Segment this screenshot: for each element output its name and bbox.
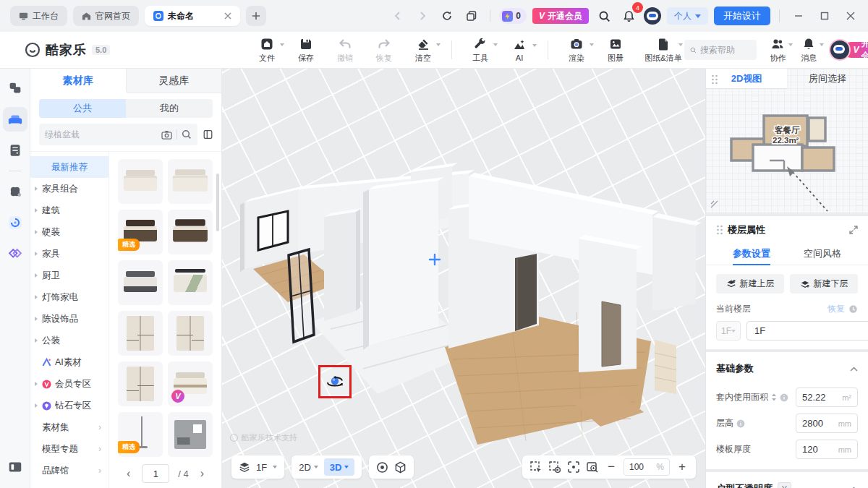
opacity-header[interactable]: 户型不透明度 Y (716, 476, 858, 488)
column-view-icon[interactable] (203, 129, 213, 140)
vip-upgrade-button[interactable]: V 开通会员 (532, 8, 589, 24)
messages-button[interactable]: 消息 (799, 37, 819, 64)
maximize-button[interactable] (814, 6, 835, 26)
material-thumb-cabinet[interactable] (168, 412, 213, 457)
zoom-level[interactable]: % (624, 458, 670, 476)
zoom-level-input[interactable] (629, 462, 651, 472)
search-button[interactable] (595, 7, 613, 25)
ai-button[interactable]: AI (507, 38, 532, 62)
material-search[interactable] (39, 124, 197, 145)
save-button[interactable]: 保存 (294, 37, 318, 64)
duplicate-tab-button[interactable] (462, 7, 481, 25)
album-button[interactable]: 图册 (603, 37, 628, 64)
category-ai-materials[interactable]: AI素材 (30, 351, 109, 373)
zoom-out-button[interactable]: − (605, 460, 618, 474)
category-kitchen-bath[interactable]: 厨卫 (30, 265, 109, 286)
info-icon[interactable] (780, 393, 788, 402)
scope-mine[interactable]: 我的 (126, 99, 213, 118)
new-lower-floor-button[interactable]: 新建下层 (790, 274, 858, 294)
rail-furnish[interactable] (3, 107, 27, 132)
material-thumb-bed[interactable] (118, 159, 163, 204)
category-commercial[interactable]: 公装 (30, 330, 109, 351)
tab-inspiration-library[interactable]: 灵感库 (126, 69, 222, 93)
rail-smart-app[interactable] (3, 210, 27, 235)
tab-parameter-settings[interactable]: 参数设置 (716, 242, 787, 265)
next-page-button[interactable]: › (197, 467, 207, 480)
floor-name-input[interactable] (746, 321, 868, 341)
material-thumb-bed[interactable]: V (168, 361, 213, 406)
close-tab-icon[interactable] (224, 12, 231, 20)
current-page[interactable]: 1 (142, 464, 169, 483)
info-icon[interactable] (736, 419, 745, 428)
category-latest[interactable]: 最新推荐 (30, 156, 109, 178)
material-thumb-wardrobe[interactable] (168, 311, 213, 356)
drawings-list-button[interactable]: 图纸&清单 (642, 37, 684, 64)
zoom-area-icon[interactable] (586, 461, 599, 474)
material-search-input[interactable] (45, 129, 157, 140)
minimap-floorplan[interactable]: 客餐厅 22.3m² (706, 88, 868, 213)
minimap-section[interactable]: 2D视图 房间选择 客餐厅 22.3m² (706, 69, 868, 213)
assistant-avatar[interactable] (644, 7, 661, 25)
category-architecture[interactable]: 建筑 (30, 200, 109, 221)
param-area-field[interactable]: m² (796, 388, 858, 407)
cube-view-icon[interactable] (394, 461, 407, 474)
param-area-input[interactable] (802, 392, 834, 403)
select-area-icon[interactable] (529, 461, 542, 474)
material-thumb-bed[interactable] (118, 260, 163, 305)
tab-space-style[interactable]: 空间风格 (787, 242, 858, 265)
expand-icon[interactable] (849, 226, 858, 234)
file-button[interactable]: 文件 (255, 37, 279, 64)
roam-view-icon[interactable] (376, 461, 388, 474)
category-brand-hall[interactable]: 品牌馆› (30, 460, 109, 481)
image-search-icon[interactable] (161, 130, 172, 140)
collab-button[interactable]: 协作 (768, 37, 788, 64)
tab-room-select[interactable]: 房间选择 (787, 69, 868, 88)
tab-workspace[interactable]: 工作台 (10, 6, 67, 26)
category-model-topics[interactable]: 模型专题› (30, 438, 109, 460)
sort-arrows-icon[interactable] (771, 393, 777, 401)
material-thumb-bed[interactable] (168, 159, 213, 204)
minimize-button[interactable] (788, 6, 809, 26)
category-diamond-zone[interactable]: 钻石专区 (30, 395, 109, 416)
tab-material-library[interactable]: 素材库 (30, 69, 126, 93)
undo-button[interactable]: 撤销 (333, 37, 357, 64)
category-furniture[interactable]: 家具 (30, 243, 109, 265)
rail-plugins[interactable] (3, 179, 27, 204)
category-lighting[interactable]: 灯饰家电 (30, 286, 109, 308)
start-design-button[interactable]: 开始设计 (714, 7, 770, 25)
mode-3d-button[interactable]: 3D (324, 458, 355, 476)
category-furniture-sets[interactable]: 家具组合 (30, 178, 109, 200)
redo-button[interactable]: 恢复 (372, 37, 396, 64)
tools-button[interactable]: 工具 (468, 37, 493, 64)
material-thumb-wardrobe[interactable] (118, 311, 163, 356)
material-thumb-bed[interactable]: 精选 (118, 210, 163, 254)
render-button[interactable]: 渲染 (564, 37, 589, 64)
design-canvas[interactable]: 酷家乐技术支持 1F 2D 3D (222, 69, 705, 488)
refresh-button[interactable] (438, 7, 456, 25)
rail-custom-cabinet[interactable] (3, 138, 27, 163)
new-tab-button[interactable] (246, 6, 266, 26)
tab-untitled[interactable]: 未命名 (145, 6, 240, 26)
thumbnail-scrollbar[interactable] (216, 174, 219, 231)
category-hard-decor[interactable]: 硬装 (30, 221, 109, 243)
restore-button[interactable]: 恢复 (827, 303, 858, 315)
zoom-in-button[interactable]: + (676, 460, 689, 474)
panel-toggle-button[interactable] (3, 455, 27, 479)
rail-hard-decor[interactable] (3, 76, 27, 100)
help-search[interactable] (684, 40, 757, 60)
prev-page-button[interactable]: ‹ (124, 467, 133, 480)
help-search-input[interactable] (700, 45, 751, 55)
notifications-button[interactable]: 4 (619, 7, 638, 25)
clear-button[interactable]: 清空 (411, 37, 435, 64)
category-vip-zone[interactable]: 会员专区 (30, 373, 109, 395)
param-slab-field[interactable]: mm (796, 440, 858, 459)
tab-homepage[interactable]: 官网首页 (73, 6, 139, 26)
floor-select-dropdown[interactable]: 1F (716, 321, 741, 341)
param-height-input[interactable] (802, 418, 834, 429)
coin-balance[interactable]: 0 (499, 8, 527, 24)
rail-brand-logo[interactable] (3, 241, 27, 266)
floor-switcher[interactable]: 1F (231, 455, 284, 479)
category-material-collections[interactable]: 素材集› (30, 416, 109, 438)
resize-handle-icon[interactable] (710, 200, 719, 209)
basic-params-header[interactable]: 基础参数 (716, 356, 858, 381)
